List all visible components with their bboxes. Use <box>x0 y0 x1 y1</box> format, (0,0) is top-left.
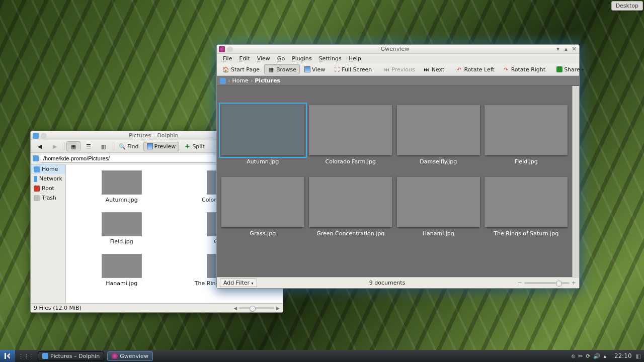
thumbnail <box>221 177 304 227</box>
tray-clipboard-icon[interactable]: ✂ <box>578 353 583 359</box>
zoom-out-icon[interactable]: ◀ <box>233 306 237 311</box>
places-item-home[interactable]: Home <box>31 164 65 174</box>
split-button[interactable]: ✚Split <box>180 141 208 151</box>
gwenview-title: Gwenview <box>235 46 555 52</box>
rotate-left-button[interactable]: ↶Rotate Left <box>452 64 498 74</box>
places-item-trash[interactable]: Trash <box>31 193 65 203</box>
file-name: Autumn.jpg <box>221 158 305 165</box>
application-launcher[interactable] <box>0 350 15 362</box>
plus-icon: ✚ <box>184 143 191 150</box>
next-button[interactable]: ⏭Next <box>420 64 448 74</box>
gwenview-window: Gwenview ▾ ▴ ✕ FileEditViewGoPluginsSett… <box>216 44 580 289</box>
menu-edit[interactable]: Edit <box>236 55 253 62</box>
window-shade-icon[interactable] <box>41 133 47 139</box>
task-dolphin[interactable]: Pictures – Dolphin <box>38 351 104 361</box>
drive-icon <box>220 78 226 84</box>
tray-updates-icon[interactable]: ⟳ <box>586 353 590 359</box>
task-label: Pictures – Dolphin <box>50 353 100 359</box>
file-name: Grass.jpg <box>221 230 305 237</box>
activity-icon[interactable]: ⋮⋮⋮ <box>18 353 35 359</box>
breadcrumb-home[interactable]: Home <box>232 77 248 84</box>
back-button[interactable]: ◀ <box>33 141 47 151</box>
thumbnail <box>102 254 142 278</box>
menu-file[interactable]: File <box>220 55 235 62</box>
file-name: The Rings of Saturn.jpg <box>485 230 569 237</box>
browse-button[interactable]: ▦Browse <box>264 64 300 74</box>
start-page-button[interactable]: 🏠Start Page <box>219 64 263 74</box>
thumbnail-item[interactable]: Damselfly.jpg <box>396 105 480 165</box>
fullscreen-icon: ⛶ <box>333 66 340 73</box>
zoom-out-icon[interactable]: − <box>518 280 522 286</box>
gwenview-thumbnail-grid[interactable]: Autumn.jpgColorado Farm.jpgDamselfly.jpg… <box>217 86 572 277</box>
file-item[interactable]: Field.jpg <box>79 212 165 245</box>
thumbnail-size-slider[interactable]: .slider[data-name="thumbnail-size-slider… <box>524 282 570 284</box>
previous-button[interactable]: ⏮Previous <box>379 64 419 74</box>
menu-plugins[interactable]: Plugins <box>289 55 314 62</box>
thumbnail-item[interactable]: Autumn.jpg <box>221 105 305 165</box>
arrow-right-icon: ▶ <box>51 143 58 150</box>
place-icon <box>34 186 40 192</box>
thumbnail <box>485 177 568 227</box>
thumbnail-item[interactable]: Green Concentration.jpg <box>309 177 393 237</box>
minimize-icon[interactable]: ▾ <box>555 46 561 52</box>
dolphin-app-icon <box>33 133 39 139</box>
zoom-slider[interactable] <box>239 307 274 309</box>
view-button[interactable]: View <box>301 65 329 74</box>
thumbnail <box>309 105 392 155</box>
maximize-icon[interactable]: ▴ <box>563 46 569 52</box>
breadcrumb-current[interactable]: Pictures <box>255 77 280 84</box>
tray-usb-icon[interactable]: ⎋ <box>572 353 575 359</box>
thumbnail-item[interactable]: The Rings of Saturn.jpg <box>485 177 569 237</box>
zoom-in-icon[interactable]: + <box>572 280 576 286</box>
tray-volume-icon[interactable]: 🔊 <box>593 353 600 359</box>
thumbnail-item[interactable]: Field.jpg <box>485 105 569 165</box>
places-item-network[interactable]: Network <box>31 174 65 184</box>
window-shade-icon[interactable] <box>227 46 233 52</box>
fullscreen-button[interactable]: ⛶Full Screen <box>330 64 375 74</box>
thumbnail <box>309 177 392 227</box>
thumbnail <box>221 105 304 155</box>
vertical-scrollbar[interactable] <box>572 86 579 277</box>
breadcrumb-root[interactable] <box>220 78 226 84</box>
icons-view-button[interactable]: ▦ <box>66 141 80 151</box>
add-filter-button[interactable]: Add Filter ▾ <box>220 279 257 287</box>
place-icon <box>34 166 40 172</box>
chevron-down-icon: ▾ <box>252 281 254 286</box>
thumbnail-item[interactable]: Hanami.jpg <box>396 177 480 237</box>
share-button[interactable]: Share ▾ <box>553 65 587 74</box>
place-label: Root <box>42 185 54 192</box>
find-button[interactable]: 🔍Find <box>115 141 142 151</box>
gwenview-titlebar[interactable]: Gwenview ▾ ▴ ✕ <box>217 45 579 54</box>
list-icon: ☰ <box>85 143 92 150</box>
menu-help[interactable]: Help <box>346 55 364 62</box>
places-item-root[interactable]: Root <box>31 184 65 193</box>
forward-button[interactable]: ▶ <box>48 141 62 151</box>
desktop-toggle-button[interactable]: Desktop <box>611 1 643 11</box>
show-desktop-icon[interactable]: ◧ <box>636 353 644 359</box>
folder-icon[interactable] <box>33 155 39 161</box>
preview-icon <box>147 143 153 149</box>
chevron-down-icon: ▾ <box>582 67 584 72</box>
tray-expand-icon[interactable]: ▴ <box>603 353 606 359</box>
zoom-in-icon[interactable]: ▶ <box>276 306 280 311</box>
home-icon: 🏠 <box>222 66 229 73</box>
clock[interactable]: 22:10 <box>610 352 636 359</box>
file-item[interactable]: Autumn.jpg <box>79 170 165 203</box>
file-name: Colorado Farm.jpg <box>309 158 393 165</box>
task-gwenview[interactable]: Gwenview <box>107 351 153 361</box>
thumbnail-item[interactable]: Grass.jpg <box>221 177 305 237</box>
thumbnail-item[interactable]: Colorado Farm.jpg <box>309 105 393 165</box>
menu-go[interactable]: Go <box>274 55 288 62</box>
file-name: Hanami.jpg <box>396 230 480 237</box>
columns-view-button[interactable]: ▥ <box>97 141 111 151</box>
menu-view[interactable]: View <box>254 55 273 62</box>
menu-settings[interactable]: Settings <box>316 55 345 62</box>
file-item[interactable]: Hanami.jpg <box>79 254 165 287</box>
preview-button[interactable]: Preview <box>143 142 180 151</box>
file-name: Field.jpg <box>485 158 569 165</box>
details-view-button[interactable]: ☰ <box>82 141 96 151</box>
gwenview-app-icon <box>219 46 225 52</box>
close-icon[interactable]: ✕ <box>571 46 577 52</box>
file-name: Damselfly.jpg <box>396 158 480 165</box>
rotate-right-button[interactable]: ↷Rotate Right <box>499 64 549 74</box>
